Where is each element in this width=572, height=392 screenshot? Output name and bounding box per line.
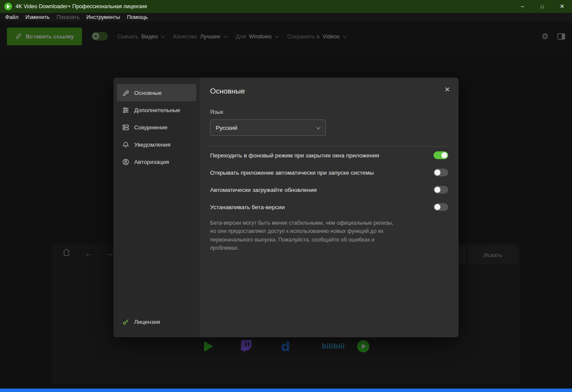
toggle-knob: [434, 204, 440, 210]
menu-help[interactable]: Помощь: [123, 13, 151, 21]
sidebar-item-connection[interactable]: Соединение: [117, 119, 196, 136]
minimize-button[interactable]: −: [512, 0, 532, 13]
sidebar-item-label: Уведомления: [134, 141, 170, 148]
setting-row-beta: Устанавливать бета-версии: [210, 198, 448, 216]
setting-label: Открывать приложение автоматически при з…: [210, 169, 374, 176]
settings-sidebar: Основные Дополнительные Соединение Уведо…: [113, 78, 200, 337]
sidebar-item-notifications[interactable]: Уведомления: [117, 136, 196, 153]
beta-note-text: Бета-версии могут быть менее стабильными…: [210, 219, 396, 253]
settings-content: Основные × Язык Русский Переходить в фон…: [200, 78, 459, 337]
toggle-knob: [434, 169, 440, 176]
setting-label: Переходить в фоновый режим при закрытии …: [210, 152, 379, 159]
autostart-toggle[interactable]: [434, 169, 448, 176]
setting-label: Автоматически загружайте обновления: [210, 187, 317, 193]
sidebar-item-authorization[interactable]: Авторизация: [117, 153, 196, 170]
menu-view[interactable]: Показать: [53, 13, 83, 21]
menubar: Файл Изменить Показать Инструменты Помощ…: [0, 13, 572, 22]
app-logo-icon: [4, 3, 12, 10]
background-mode-toggle[interactable]: [434, 151, 448, 159]
license-label: Лицензия: [134, 319, 160, 325]
toggle-knob: [434, 187, 440, 193]
app-window: 4K Video Downloader+ Профессиональная ли…: [0, 0, 572, 392]
sidebar-item-advanced[interactable]: Дополнительные: [117, 101, 196, 119]
close-dialog-icon[interactable]: ×: [445, 85, 450, 94]
language-label: Язык: [210, 109, 448, 115]
taskbar-strip: [0, 389, 572, 392]
beta-versions-toggle[interactable]: [434, 203, 448, 211]
window-title: 4K Video Downloader+ Профессиональная ли…: [16, 3, 147, 9]
maximize-button[interactable]: □: [532, 0, 552, 13]
wrench-icon: [122, 89, 129, 97]
chevron-down-icon: [316, 125, 321, 129]
language-select[interactable]: Русский: [210, 119, 326, 136]
window-controls: − □ ×: [512, 0, 572, 13]
setting-row-auto-update: Автоматически загружайте обновления: [210, 181, 448, 198]
settings-page-title: Основные: [210, 87, 448, 96]
toggle-knob: [441, 152, 447, 158]
server-icon: [122, 124, 129, 131]
menu-edit[interactable]: Изменить: [22, 13, 53, 21]
auto-update-toggle[interactable]: [434, 186, 448, 194]
sidebar-item-general[interactable]: Основные: [117, 84, 196, 101]
menu-file[interactable]: Файл: [2, 13, 22, 21]
user-circle-icon: [122, 158, 129, 166]
sidebar-item-label: Дополнительные: [134, 107, 180, 113]
setting-row-background-mode: Переходить в фоновый режим при закрытии …: [210, 147, 448, 164]
setting-label: Устанавливать бета-версии: [210, 204, 285, 210]
titlebar: 4K Video Downloader+ Профессиональная ли…: [0, 0, 572, 13]
sidebar-item-label: Соединение: [134, 124, 167, 131]
sidebar-item-license[interactable]: Лицензия: [117, 313, 196, 330]
language-select-value: Русский: [216, 125, 237, 131]
key-icon: [122, 318, 129, 326]
setting-row-autostart: Открывать приложение автоматически при з…: [210, 164, 448, 181]
sidebar-item-label: Авторизация: [134, 159, 169, 165]
bell-icon: [122, 141, 129, 148]
sidebar-item-label: Основные: [134, 90, 162, 96]
settings-dialog: Основные Дополнительные Соединение Уведо…: [113, 78, 459, 337]
sliders-icon: [122, 107, 129, 114]
menu-tools[interactable]: Инструменты: [83, 13, 123, 21]
close-window-button[interactable]: ×: [552, 0, 572, 13]
